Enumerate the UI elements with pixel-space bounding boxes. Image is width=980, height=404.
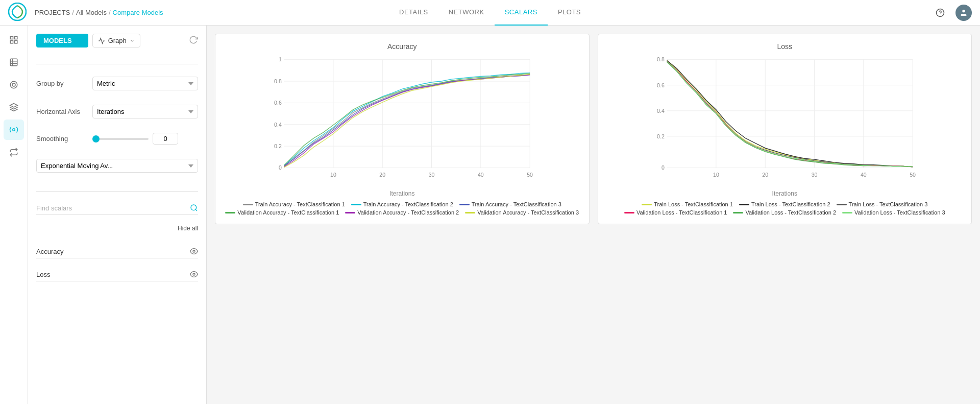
legend-item-3: Validation Accuracy - TextClassification…: [225, 209, 339, 216]
svg-text:50: 50: [910, 172, 916, 178]
scalar-item-loss[interactable]: Loss: [36, 267, 198, 282]
tab-scalars[interactable]: SCALARS: [495, 0, 548, 26]
loss-chart-card: Loss: [598, 34, 972, 224]
horizontal-axis-select[interactable]: Iterations Time Epoch: [92, 105, 198, 118]
smoothing-value-input[interactable]: [153, 133, 178, 145]
graph-label: Graph: [108, 37, 127, 44]
breadcrumb-sep1: /: [72, 9, 74, 16]
loss-legend-item-1: Train Loss - TextClassification 2: [739, 201, 830, 207]
svg-marker-14: [10, 104, 18, 108]
loss-chart-title: Loss: [606, 42, 964, 51]
svg-point-3: [962, 10, 965, 12]
scalar-accuracy-label: Accuracy: [36, 248, 63, 255]
divider-2: [36, 191, 198, 192]
hide-all-button[interactable]: Hide all: [178, 225, 198, 232]
svg-text:0.4: 0.4: [657, 108, 665, 114]
nav-right: [933, 5, 972, 21]
svg-text:0.8: 0.8: [274, 78, 282, 84]
svg-text:50: 50: [527, 172, 533, 178]
tab-details[interactable]: DETAILS: [389, 0, 438, 26]
svg-text:30: 30: [429, 172, 435, 178]
help-button[interactable]: [933, 6, 947, 20]
accuracy-x-label: Iterations: [224, 190, 581, 197]
tab-network[interactable]: NETWORK: [438, 0, 495, 26]
search-icon[interactable]: [190, 204, 198, 212]
group-by-row: Group by Metric Task None: [36, 77, 198, 90]
legend-label-1: Train Accuracy - TextClassification 2: [363, 201, 453, 207]
models-button[interactable]: MODELS: [36, 34, 88, 47]
scalar-item-accuracy[interactable]: Accuracy: [36, 244, 198, 259]
legend-label-2: Train Accuracy - TextClassification 3: [472, 201, 561, 207]
scalar-loss-eye[interactable]: [190, 270, 198, 278]
loss-legend-item-0: Train Loss - TextClassification 1: [642, 201, 733, 207]
loss-x-label: Iterations: [606, 190, 964, 197]
loss-legend: Train Loss - TextClassification 1 Train …: [606, 201, 964, 216]
legend-item-0: Train Accuracy - TextClassification 1: [243, 201, 345, 207]
sidebar-btn-compare[interactable]: [4, 142, 24, 162]
loss-chart-svg: 0.8 0.6 0.4 0.2 0 10 20 30 40 50: [606, 55, 964, 187]
group-by-select[interactable]: Metric Task None: [92, 77, 198, 90]
search-row: [36, 204, 198, 215]
smoothing-slider[interactable]: [92, 138, 149, 140]
legend-label-3: Validation Accuracy - TextClassification…: [237, 209, 339, 216]
logo[interactable]: [8, 3, 27, 22]
smoothing-label: Smoothing: [36, 135, 92, 142]
sidebar-btn-model[interactable]: [4, 75, 24, 95]
breadcrumb-all-models[interactable]: All Models: [76, 9, 107, 16]
accuracy-chart-title: Accuracy: [224, 42, 581, 51]
svg-text:0.6: 0.6: [274, 100, 282, 106]
legend-item-2: Train Accuracy - TextClassification 3: [459, 201, 561, 207]
svg-text:0.4: 0.4: [274, 122, 282, 128]
smoothing-row: Smoothing: [36, 133, 198, 145]
loss-legend-item-3: Validation Loss - TextClassification 1: [624, 209, 727, 216]
svg-text:0.2: 0.2: [274, 143, 282, 149]
svg-rect-4: [10, 36, 13, 39]
legend-label-4: Validation Accuracy - TextClassification…: [357, 209, 459, 216]
svg-text:30: 30: [811, 172, 817, 178]
legend-item-4: Validation Accuracy - TextClassification…: [345, 209, 459, 216]
loss-legend-item-5: Validation Loss - TextClassification 3: [842, 209, 945, 216]
nav-tabs: DETAILS NETWORK SCALARS PLOTS: [389, 0, 591, 26]
tab-plots[interactable]: PLOTS: [548, 0, 591, 26]
search-input[interactable]: [36, 204, 190, 212]
legend-item-5: Validation Accuracy - TextClassification…: [465, 209, 579, 216]
slider-wrapper: [92, 133, 198, 145]
loss-legend-label-0: Train Loss - TextClassification 1: [654, 201, 733, 207]
loss-legend-label-3: Validation Loss - TextClassification 1: [636, 209, 727, 216]
graph-dropdown[interactable]: Graph: [92, 34, 140, 47]
accuracy-chart-svg: 1 0.8 0.6 0.4 0.2 0 10 20 30 40 50: [224, 55, 581, 187]
svg-rect-7: [15, 41, 17, 43]
svg-rect-6: [10, 41, 13, 43]
svg-point-20: [193, 250, 195, 252]
legend-label-5: Validation Accuracy - TextClassification…: [477, 209, 579, 216]
hide-all-row: Hide all: [36, 225, 198, 232]
horizontal-axis-row: Horizontal Axis Iterations Time Epoch: [36, 105, 198, 118]
sidebar-btn-layers[interactable]: [4, 97, 24, 117]
horizontal-axis-label: Horizontal Axis: [36, 108, 92, 115]
sidebar-btn-table[interactable]: [4, 52, 24, 73]
loss-legend-item-4: Validation Loss - TextClassification 2: [733, 209, 836, 216]
breadcrumb-projects[interactable]: PROJECTS: [35, 9, 70, 16]
loss-legend-label-4: Validation Loss - TextClassification 2: [745, 209, 836, 216]
svg-text:0.2: 0.2: [657, 133, 665, 139]
loss-legend-item-2: Train Loss - TextClassification 3: [837, 201, 928, 207]
refresh-icon[interactable]: [189, 35, 198, 46]
moving-avg-select[interactable]: Exponential Moving Av... None: [36, 159, 198, 173]
user-avatar[interactable]: [955, 5, 972, 21]
legend-item-1: Train Accuracy - TextClassification 2: [351, 201, 453, 207]
svg-text:0: 0: [661, 164, 664, 171]
loss-legend-label-1: Train Loss - TextClassification 2: [751, 201, 830, 207]
scalar-accuracy-eye[interactable]: [190, 247, 198, 255]
sidebar-btn-dashboard[interactable]: [4, 30, 24, 50]
svg-text:20: 20: [379, 172, 385, 178]
accuracy-chart-card: Accuracy: [215, 34, 590, 224]
icon-sidebar: [0, 26, 28, 404]
sidebar-btn-experiment[interactable]: [4, 120, 24, 140]
breadcrumb-current: Compare Models: [113, 9, 163, 16]
svg-text:0.8: 0.8: [657, 56, 665, 62]
svg-rect-5: [15, 36, 17, 39]
svg-point-13: [10, 81, 17, 88]
breadcrumb: PROJECTS / All Models / Compare Models: [35, 9, 163, 16]
svg-point-15: [13, 129, 15, 131]
svg-text:10: 10: [330, 172, 336, 178]
